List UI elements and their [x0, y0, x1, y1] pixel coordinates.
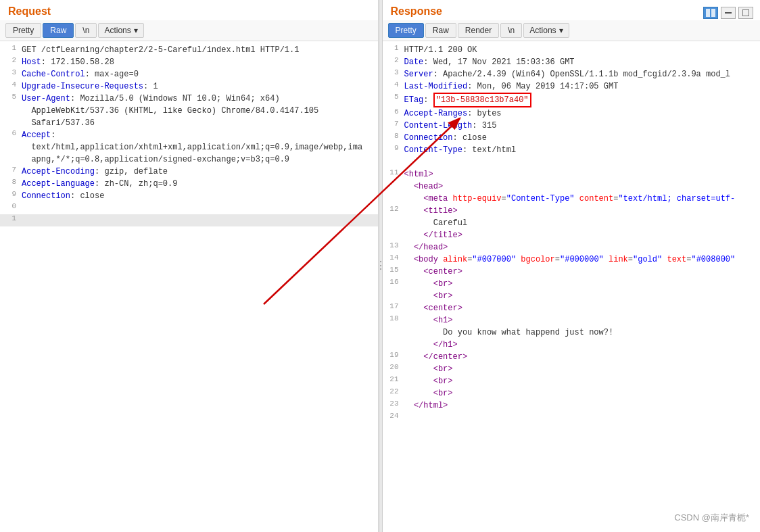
chevron-down-icon: ▾ [134, 26, 138, 35]
request-tab-bar: Pretty Raw \n Actions ▾ [0, 20, 378, 41]
request-line-6b: text/html,application/xhtml+xml,applicat… [0, 141, 378, 153]
response-line-12b: Careful [383, 217, 761, 229]
response-line-4: 4 Last-Modified: Mon, 06 May 2019 14:17:… [383, 80, 761, 93]
svg-rect-0 [706, 9, 710, 17]
response-line-11b: <head> [383, 180, 761, 193]
request-line-8: 8 Accept-Language: zh-CN, zh;q=0.9 [0, 178, 378, 190]
request-line-10: 0 [0, 202, 378, 214]
request-line-2: 2 Host: 172.150.58.28 [0, 56, 378, 68]
response-line-18b: Do you know what happend just now?! [383, 327, 761, 339]
response-line-24: 24 [383, 412, 761, 424]
response-line-2: 2 Date: Wed, 17 Nov 2021 15:03:36 GMT [383, 56, 761, 68]
response-line-8: 8 Connection: close [383, 132, 761, 144]
response-line-3: 3 Server: Apache/2.4.39 (Win64) OpenSSL/… [383, 68, 761, 80]
tab-response-raw[interactable]: Raw [425, 23, 456, 38]
response-line-12c: </title> [383, 229, 761, 241]
request-actions-button[interactable]: Actions ▾ [98, 23, 143, 38]
response-line-6: 6 Accept-Ranges: bytes [383, 107, 761, 120]
response-line-12: 12 <title> [383, 205, 761, 217]
request-line-7: 7 Accept-Encoding: gzip, deflate [0, 166, 378, 178]
request-line-6: 6 Accept: [0, 129, 378, 141]
request-line-5b: AppleWebKit/537.36 (KHTML, like Gecko) C… [0, 105, 378, 117]
response-tab-bar: Pretty Raw Render \n Actions ▾ [383, 20, 761, 41]
split-view-icon[interactable] [703, 7, 718, 19]
response-line-14: 14 <body alink="#007000" bgcolor="#00000… [383, 253, 761, 266]
response-line-1: 1 HTTP/1.1 200 OK [383, 44, 761, 56]
response-line-15: 15 <center> [383, 266, 761, 278]
response-line-5: 5 ETag: "13b-58838c13b7a40" [383, 93, 761, 107]
response-panel: Response Pretty Raw Render \n Actions ▾ … [383, 0, 761, 532]
response-line-23: 23 </html> [383, 400, 761, 412]
response-line-18c: </h1> [383, 339, 761, 351]
response-code-area[interactable]: 1 HTTP/1.1 200 OK 2 Date: Wed, 17 Nov 20… [383, 41, 761, 532]
tab-response-pretty[interactable]: Pretty [388, 23, 424, 38]
maximize-icon[interactable] [738, 7, 753, 19]
response-line-22: 22 <br> [383, 387, 761, 400]
toolbar [703, 7, 753, 19]
response-line-11c: <meta http-equiv="Content-Type" content=… [383, 193, 761, 205]
request-line-1: 1 GET /ctfLearning/chapter2/2-5-Careful/… [0, 44, 378, 56]
response-line-19: 19 </center> [383, 351, 761, 363]
response-line-11: 11 <html> [383, 168, 761, 180]
watermark: CSDN @南岸青栀* [674, 512, 749, 524]
request-line-3: 3 Cache-Control: max-age=0 [0, 68, 378, 80]
response-line-16: 16 <br> [383, 278, 761, 290]
request-title: Request [0, 0, 378, 20]
tab-response-newline[interactable]: \n [500, 23, 522, 38]
response-line-17: 17 <center> [383, 302, 761, 314]
request-line-5: 5 User-Agent: Mozilla/5.0 (Windows NT 10… [0, 93, 378, 105]
svg-rect-2 [725, 12, 732, 14]
request-panel: Request Pretty Raw \n Actions ▾ 1 GET /c… [0, 0, 379, 532]
request-line-4: 4 Upgrade-Insecure-Requests: 1 [0, 80, 378, 93]
response-line-7: 7 Content-Length: 315 [383, 120, 761, 132]
response-line-18: 18 <h1> [383, 314, 761, 327]
request-line-6c: apng,*/*;q=0.8,application/signed-exchan… [0, 153, 378, 166]
etag-value: "13b-58838c13b7a40" [433, 93, 531, 107]
main-container: Request Pretty Raw \n Actions ▾ 1 GET /c… [0, 0, 760, 532]
tab-response-render[interactable]: Render [458, 23, 499, 38]
tab-request-raw[interactable]: Raw [43, 23, 74, 38]
request-code-area[interactable]: 1 GET /ctfLearning/chapter2/2-5-Careful/… [0, 41, 378, 532]
tab-request-newline[interactable]: \n [75, 23, 97, 38]
tab-request-pretty[interactable]: Pretty [5, 23, 41, 38]
response-line-20: 20 <br> [383, 363, 761, 375]
response-line-9: 9 Content-Type: text/html [383, 144, 761, 156]
svg-rect-3 [742, 9, 749, 16]
request-line-11: 1 [0, 214, 378, 226]
response-actions-button[interactable]: Actions ▾ [523, 23, 569, 38]
minimize-icon[interactable] [721, 7, 736, 19]
response-line-13: 13 </head> [383, 241, 761, 253]
response-line-10 [383, 156, 761, 168]
chevron-down-icon: ▾ [559, 26, 563, 35]
response-line-21: 21 <br> [383, 375, 761, 387]
request-line-5c: Safari/537.36 [0, 117, 378, 129]
svg-rect-1 [711, 9, 715, 17]
request-line-9: 9 Connection: close [0, 190, 378, 202]
response-line-16b: <br> [383, 290, 761, 302]
